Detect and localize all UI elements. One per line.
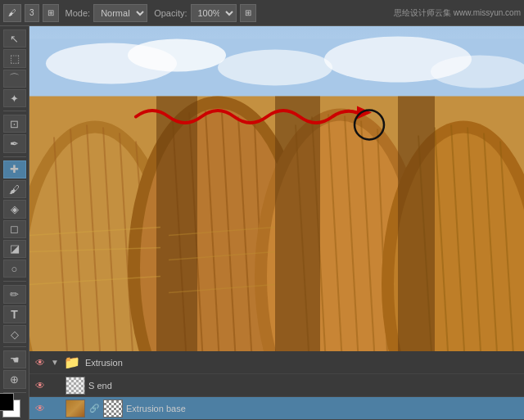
tool-separator-1 (3, 111, 26, 111)
layer-row[interactable]: 👁 ▼ 📁 Extrusion (29, 351, 524, 374)
pen-tool[interactable]: ✏ (3, 285, 26, 303)
hand-tool[interactable]: ☚ (3, 350, 26, 368)
layer-visibility-toggle[interactable]: 👁 (33, 401, 47, 416)
layer-name: Extrusion (85, 358, 521, 368)
move-tool[interactable]: ↖ (3, 29, 26, 47)
top-toolbar: 🖌 3 ⊞ Mode: Normal Opacity: 100% ⊞ 思绘设计师… (0, 0, 524, 26)
collapse-arrow-icon[interactable]: ▼ (51, 358, 59, 367)
eraser-tool[interactable]: ◻ (3, 220, 26, 238)
brush-options-icon[interactable]: ⊞ (43, 4, 59, 22)
eyedropper-tool[interactable]: ✒ (3, 134, 26, 152)
layer-row[interactable]: 👁 🔗 Extrusion base (29, 397, 524, 420)
tool-separator-4 (3, 346, 26, 347)
color-swatches[interactable] (2, 400, 27, 420)
layer-mask-thumbnail (103, 400, 123, 418)
layer-row[interactable]: 👁 S end (29, 374, 524, 397)
crop-tool[interactable]: ⊡ (3, 115, 26, 133)
gradient-tool[interactable]: ◪ (3, 240, 26, 258)
opacity-label: Opacity: (154, 8, 187, 18)
lasso-tool[interactable]: ⌒ (3, 70, 26, 88)
link-icon: 🔗 (88, 403, 100, 414)
opacity-select[interactable]: 100% (191, 4, 237, 22)
dodge-tool[interactable]: ○ (3, 260, 26, 278)
path-tool[interactable]: ◇ (3, 325, 26, 343)
watermark-text: 思绘设计师云集 www.missyun.com (394, 7, 521, 19)
mode-select[interactable]: Normal (93, 4, 147, 22)
canvas-area[interactable]: 👁 ▼ 📁 Extrusion 👁 S end 👁 🔗 Extrusion ba… (29, 26, 524, 420)
extra-option-btn[interactable]: ⊞ (240, 4, 256, 22)
text-tool[interactable]: T (3, 305, 26, 323)
layer-thumbnail (66, 377, 85, 395)
marquee-tool[interactable]: ⬚ (3, 49, 26, 67)
clone-tool[interactable]: ◈ (3, 200, 26, 218)
brush-icon[interactable]: 🖌 (3, 4, 21, 22)
mode-label: Mode: (66, 8, 91, 18)
layer-name: Extrusion base (126, 404, 521, 413)
magic-wand-tool[interactable]: ✦ (3, 89, 26, 107)
folder-icon: 📁 (62, 354, 82, 372)
layer-thumbnail (66, 400, 85, 418)
layer-name: S end (88, 381, 521, 391)
foreground-color-swatch[interactable] (0, 393, 14, 411)
tool-separator-2 (3, 156, 26, 157)
brush-tool[interactable]: 🖌 (3, 180, 26, 198)
brush-size-field[interactable]: 3 (25, 4, 39, 22)
tool-separator-3 (3, 281, 26, 282)
layer-visibility-toggle[interactable]: 👁 (33, 378, 47, 393)
layer-visibility-toggle[interactable]: 👁 (33, 355, 47, 370)
zoom-tool[interactable]: ⊕ (3, 370, 26, 388)
left-toolbar: ↖ ⬚ ⌒ ✦ ⊡ ✒ ✚ 🖌 ◈ ◻ ◪ ○ ✏ T ◇ ☚ ⊕ (0, 26, 29, 420)
main-layout: ↖ ⬚ ⌒ ✦ ⊡ ✒ ✚ 🖌 ◈ ◻ ◪ ○ ✏ T ◇ ☚ ⊕ (0, 26, 524, 420)
healing-brush-tool[interactable]: ✚ (3, 160, 26, 178)
layers-panel: 👁 ▼ 📁 Extrusion 👁 S end 👁 🔗 Extrusion ba… (29, 351, 524, 420)
